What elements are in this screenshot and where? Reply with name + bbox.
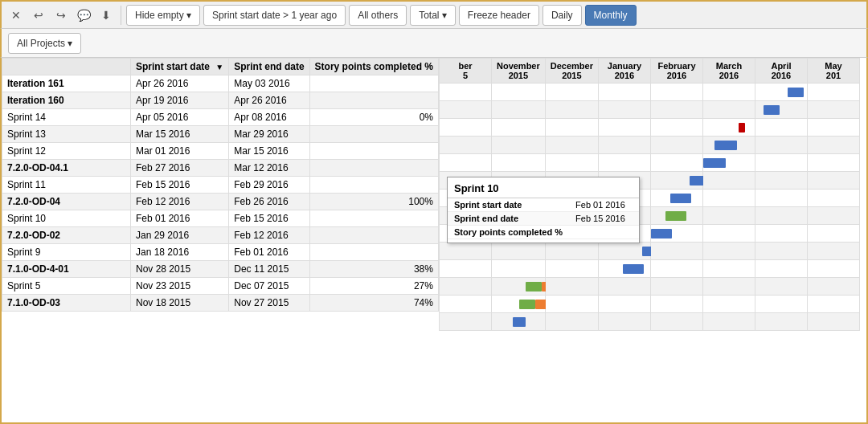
- gantt-cell: [439, 137, 491, 154]
- gantt-col-header-6: April 2016: [755, 59, 807, 84]
- header-row: Sprint start date ▼ Sprint end date Stor…: [2, 59, 439, 75]
- project-selector[interactable]: All Projects ▾: [8, 33, 81, 54]
- gantt-cell: [598, 278, 650, 296]
- row-pct: [309, 126, 438, 143]
- table-row: 7.2.0-OD-04Feb 12 2016Feb 26 2016100%: [2, 194, 439, 210]
- row-end: Mar 29 2016: [229, 126, 309, 143]
- gantt-cell: [650, 190, 702, 207]
- hide-empty-button[interactable]: Hide empty ▾: [126, 5, 200, 26]
- gantt-cell: [650, 296, 702, 313]
- gantt-cell: [439, 296, 491, 313]
- gantt-cell: [439, 119, 491, 137]
- row-end: Feb 15 2016: [229, 210, 309, 227]
- row-name: 7.2.0-OD-04.1: [2, 160, 131, 177]
- gantt-row: [439, 243, 859, 260]
- total-button[interactable]: Total ▾: [410, 5, 456, 26]
- table-row: 7.2.0-OD-04.1Feb 27 2016Mar 12 2016: [2, 160, 439, 177]
- gantt-cell: [598, 101, 650, 119]
- gantt-row: [439, 154, 859, 172]
- gantt-bar: [519, 300, 535, 309]
- gantt-cell: [702, 207, 755, 225]
- gantt-cell: [545, 278, 598, 296]
- row-end: Feb 26 2016: [229, 194, 309, 210]
- row-name: Iteration 161: [2, 75, 131, 92]
- row-start: Apr 05 2016: [131, 109, 229, 126]
- row-end: Mar 15 2016: [229, 143, 309, 160]
- row-end: Feb 29 2016: [229, 177, 309, 194]
- table-row: Sprint 9Jan 18 2016Feb 01 2016: [2, 244, 439, 261]
- row-name: Iteration 160: [2, 92, 131, 109]
- gantt-bar: [665, 211, 686, 221]
- row-end: Apr 26 2016: [229, 92, 309, 109]
- gantt-bar: [703, 158, 726, 168]
- row-start: Nov 28 2015: [131, 261, 229, 278]
- gantt-row: [439, 313, 859, 331]
- row-end: Dec 11 2015: [229, 261, 309, 278]
- gantt-bar: [623, 264, 644, 274]
- tooltip-value: Feb 01 2016: [569, 198, 639, 212]
- freeze-button[interactable]: Freeze header: [459, 5, 539, 26]
- sprint-tooltip: Sprint 10 Sprint start dateFeb 01 2016Sp…: [447, 177, 640, 243]
- gantt-bar: [788, 88, 804, 97]
- gantt-col-header-0: ber 5: [439, 59, 491, 84]
- gantt-bar: [764, 105, 780, 115]
- close-icon[interactable]: ✕: [6, 6, 26, 25]
- undo-icon[interactable]: ↩: [29, 6, 48, 25]
- redo-icon[interactable]: ↪: [51, 6, 71, 25]
- gantt-cell: [598, 313, 650, 331]
- gantt-cell: [545, 101, 598, 119]
- gantt-cell: [807, 101, 859, 119]
- gantt-cell: [545, 313, 598, 331]
- all-others-button[interactable]: All others: [349, 5, 407, 26]
- gantt-cell: [650, 137, 702, 154]
- fixed-columns: Sprint start date ▼ Sprint end date Stor…: [2, 58, 439, 422]
- table-row: Sprint 14Apr 05 2016Apr 08 20160%: [2, 109, 439, 126]
- gantt-row: [439, 260, 859, 278]
- table-row: Iteration 160Apr 19 2016Apr 26 2016: [2, 92, 439, 109]
- gantt-cell: [650, 172, 702, 190]
- col-header-start[interactable]: Sprint start date ▼: [131, 59, 229, 75]
- gantt-cell: [650, 154, 702, 172]
- row-end: Nov 27 2015: [229, 295, 309, 312]
- table-row: 7.1.0-OD-4-01Nov 28 2015Dec 11 201538%: [2, 261, 439, 278]
- gantt-cell: [807, 243, 859, 260]
- gantt-cell: [807, 84, 859, 101]
- chat-icon[interactable]: 💬: [74, 6, 93, 25]
- row-name: 7.1.0-OD-4-01: [2, 261, 131, 278]
- col-header-pct: Story points completed %: [309, 59, 438, 75]
- gantt-cell: [807, 137, 859, 154]
- gantt-cell: [807, 172, 859, 190]
- gantt-cell: [702, 296, 755, 313]
- daily-button[interactable]: Daily: [542, 5, 582, 26]
- row-name: Sprint 9: [2, 244, 131, 261]
- gantt-cell: [650, 313, 702, 331]
- row-start: Nov 18 2015: [131, 295, 229, 312]
- gantt-cell: [491, 243, 545, 260]
- sprint-filter-button[interactable]: Sprint start date > 1 year ago: [203, 5, 346, 26]
- download-icon[interactable]: ⬇: [96, 6, 116, 25]
- gantt-cell: [702, 101, 755, 119]
- gantt-bar: [651, 229, 672, 238]
- gantt-bar: [513, 317, 526, 327]
- gantt-cell: [650, 84, 702, 101]
- gantt-cell: [755, 137, 807, 154]
- tooltip-title: Sprint 10: [448, 181, 639, 198]
- row-name: Sprint 12: [2, 143, 131, 160]
- tooltip-label: Sprint start date: [448, 198, 569, 212]
- gantt-cell: [650, 278, 702, 296]
- gantt-cell: [598, 260, 650, 278]
- table-row: Sprint 11Feb 15 2016Feb 29 2016: [2, 177, 439, 194]
- gantt-col-header-2: December 2015: [545, 59, 598, 84]
- gantt-cell: [491, 313, 545, 331]
- row-name: Sprint 11: [2, 177, 131, 194]
- row-start: Feb 27 2016: [131, 160, 229, 177]
- monthly-button[interactable]: Monthly: [585, 5, 637, 26]
- row-pct: [309, 244, 438, 261]
- row-start: Mar 01 2016: [131, 143, 229, 160]
- row-pct: 38%: [309, 261, 438, 278]
- gantt-col-header-1: November 2015: [491, 59, 545, 84]
- tooltip-value: [569, 226, 639, 239]
- gantt-cell: [545, 137, 598, 154]
- row-end: Feb 01 2016: [229, 244, 309, 261]
- row-start: Mar 15 2016: [131, 126, 229, 143]
